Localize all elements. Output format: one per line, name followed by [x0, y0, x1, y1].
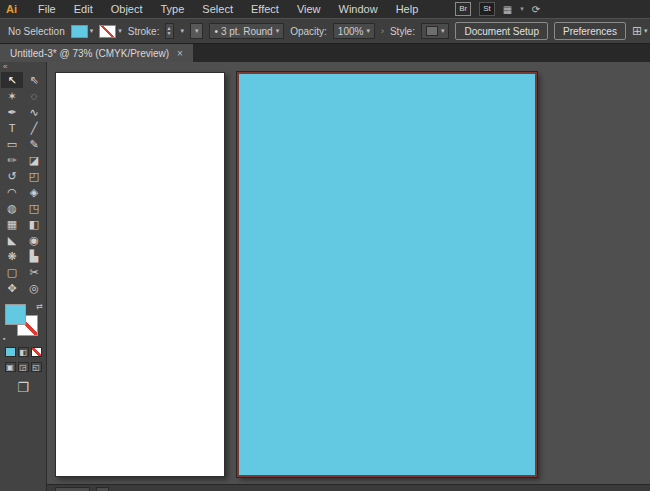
- menubar-right-icons: Br St ▦ ▾ ⟳: [455, 2, 540, 16]
- document-tab[interactable]: Untitled-3* @ 73% (CMYK/Preview) ×: [0, 44, 193, 62]
- menu-object[interactable]: Object: [102, 3, 152, 15]
- rotate-tool[interactable]: ↺: [1, 168, 23, 184]
- fill-color-swatch[interactable]: [71, 25, 88, 38]
- screen-mode-icon[interactable]: ❐: [17, 380, 29, 395]
- chevron-down-icon[interactable]: ▾: [644, 27, 648, 35]
- variable-width-profile-dropdown[interactable]: ▾: [190, 23, 204, 39]
- fill-color-control[interactable]: ▾: [71, 25, 94, 38]
- stroke-weight-dropdown-icon[interactable]: ▾: [180, 27, 184, 35]
- hand-tool[interactable]: ✥: [1, 280, 23, 296]
- style-swatch: [426, 26, 438, 36]
- menu-file[interactable]: File: [29, 3, 65, 15]
- stepper-down-icon[interactable]: ▼: [166, 31, 171, 36]
- column-graph-tool[interactable]: ▙: [23, 248, 45, 264]
- paintbrush-tool[interactable]: ✎: [23, 136, 45, 152]
- document-tab-bar: Untitled-3* @ 73% (CMYK/Preview) ×: [0, 44, 650, 62]
- free-transform-tool[interactable]: ◈: [23, 184, 45, 200]
- opacity-label: Opacity:: [290, 26, 327, 37]
- symbol-sprayer-tool[interactable]: ❋: [1, 248, 23, 264]
- shape-builder-tool[interactable]: ◍: [1, 200, 23, 216]
- opacity-dropdown[interactable]: 100% ▾: [333, 23, 375, 39]
- magic-wand-tool[interactable]: ✶: [1, 88, 23, 104]
- draw-behind-button[interactable]: ◲: [18, 362, 29, 372]
- chevron-down-icon: ▾: [366, 27, 370, 35]
- stroke-color-swatch[interactable]: [99, 25, 116, 38]
- menu-type[interactable]: Type: [152, 3, 194, 15]
- style-label: Style:: [390, 26, 415, 37]
- gradient-tool[interactable]: ◧: [23, 216, 45, 232]
- stroke-weight-stepper[interactable]: ▲ ▼: [165, 23, 174, 39]
- blend-tool[interactable]: ◉: [23, 232, 45, 248]
- chevron-down-icon: ▾: [441, 27, 445, 35]
- document-setup-button[interactable]: Document Setup: [455, 22, 548, 40]
- status-bar: 73% ▾ ▾: [47, 484, 650, 491]
- draw-mode-buttons: ▣ ◲ ◱: [5, 362, 42, 372]
- lasso-tool[interactable]: ◌: [23, 88, 45, 104]
- type-tool[interactable]: T: [1, 120, 23, 136]
- canvas[interactable]: 73% ▾ ▾: [47, 62, 650, 491]
- color-button[interactable]: [5, 347, 16, 357]
- eyedropper-tool[interactable]: ◣: [1, 232, 23, 248]
- panel-options-icon[interactable]: ⊞: [632, 24, 642, 38]
- chevron-down-icon[interactable]: ▾: [90, 27, 94, 35]
- zoom-dropdown[interactable]: 73% ▾: [55, 487, 90, 491]
- chevron-down-icon[interactable]: ▾: [520, 5, 524, 13]
- artboard-2-blue-rectangle[interactable]: [237, 72, 537, 477]
- stroke-color-control[interactable]: ▾: [99, 25, 122, 38]
- brush-definition-dropdown[interactable]: • 3 pt. Round ▾: [209, 23, 284, 39]
- stock-icon[interactable]: St: [479, 2, 495, 16]
- menu-view[interactable]: View: [288, 3, 330, 15]
- workspace-switcher-icon[interactable]: ▦: [503, 4, 512, 15]
- rectangle-tool[interactable]: ▭: [1, 136, 23, 152]
- menu-help[interactable]: Help: [387, 3, 428, 15]
- width-tool[interactable]: ◠: [1, 184, 23, 200]
- pencil-tool[interactable]: ✏: [1, 152, 23, 168]
- selection-tool[interactable]: ↖: [1, 72, 23, 88]
- mesh-tool[interactable]: ▦: [1, 216, 23, 232]
- gradient-button[interactable]: ◧: [18, 347, 29, 357]
- chevron-down-icon: ▾: [195, 27, 199, 35]
- zoom-tool[interactable]: ◎: [23, 280, 45, 296]
- menu-window[interactable]: Window: [330, 3, 387, 15]
- artboard-navigation-dropdown[interactable]: ▾: [96, 487, 110, 491]
- selection-status-label: No Selection: [8, 26, 65, 37]
- direct-selection-tool[interactable]: ⇖: [23, 72, 45, 88]
- chevron-down-icon: ▾: [276, 27, 280, 35]
- preferences-button[interactable]: Preferences: [554, 22, 626, 40]
- menu-effect[interactable]: Effect: [242, 3, 288, 15]
- line-segment-tool[interactable]: ╱: [23, 120, 45, 136]
- fill-stroke-swatches: ⇄ ▪: [3, 302, 43, 342]
- control-bar: No Selection ▾ ▾ Stroke: ▲ ▼ ▾ ▾ • 3 pt.…: [0, 18, 650, 44]
- chevron-down-icon[interactable]: ▾: [118, 27, 122, 35]
- controlbar-right: ⊞ ▾: [632, 24, 648, 38]
- perspective-grid-tool[interactable]: ◳: [23, 200, 45, 216]
- default-fill-stroke-icon[interactable]: ▪: [3, 335, 5, 342]
- pen-tool[interactable]: ✒: [1, 104, 23, 120]
- scale-tool[interactable]: ◰: [23, 168, 45, 184]
- menu-select[interactable]: Select: [193, 3, 242, 15]
- tab-close-icon[interactable]: ×: [177, 48, 183, 59]
- opacity-value: 100%: [338, 26, 364, 37]
- fill-swatch[interactable]: [5, 304, 26, 325]
- app-logo: Ai: [6, 3, 17, 15]
- bridge-icon[interactable]: Br: [455, 2, 471, 16]
- tools-panel-collapse-icon[interactable]: «: [0, 62, 46, 72]
- menu-edit[interactable]: Edit: [65, 3, 102, 15]
- eraser-tool[interactable]: ◪: [23, 152, 45, 168]
- document-tab-title: Untitled-3* @ 73% (CMYK/Preview): [10, 48, 169, 59]
- illustrator-window: Ai FileEditObjectTypeSelectEffectViewWin…: [0, 0, 650, 491]
- artboard-tool[interactable]: ▢: [1, 264, 23, 280]
- main-area: « ↖⇖✶◌✒∿T╱▭✎✏◪↺◰◠◈◍◳▦◧◣◉❋▙▢✂✥◎ ⇄ ▪ ◧ ▣ ◲…: [0, 62, 650, 491]
- artboard-1[interactable]: [55, 72, 225, 477]
- style-dropdown[interactable]: ▾: [421, 23, 450, 39]
- draw-inside-button[interactable]: ◱: [31, 362, 42, 372]
- draw-normal-button[interactable]: ▣: [5, 362, 16, 372]
- brush-dot-icon: •: [214, 26, 218, 37]
- none-button[interactable]: [31, 347, 42, 357]
- sync-settings-icon[interactable]: ⟳: [532, 4, 540, 15]
- swap-fill-stroke-icon[interactable]: ⇄: [36, 302, 43, 311]
- expand-chevron-icon[interactable]: ›: [381, 26, 384, 36]
- curvature-tool[interactable]: ∿: [23, 104, 45, 120]
- slice-tool[interactable]: ✂: [23, 264, 45, 280]
- tools-grid: ↖⇖✶◌✒∿T╱▭✎✏◪↺◰◠◈◍◳▦◧◣◉❋▙▢✂✥◎: [1, 72, 45, 296]
